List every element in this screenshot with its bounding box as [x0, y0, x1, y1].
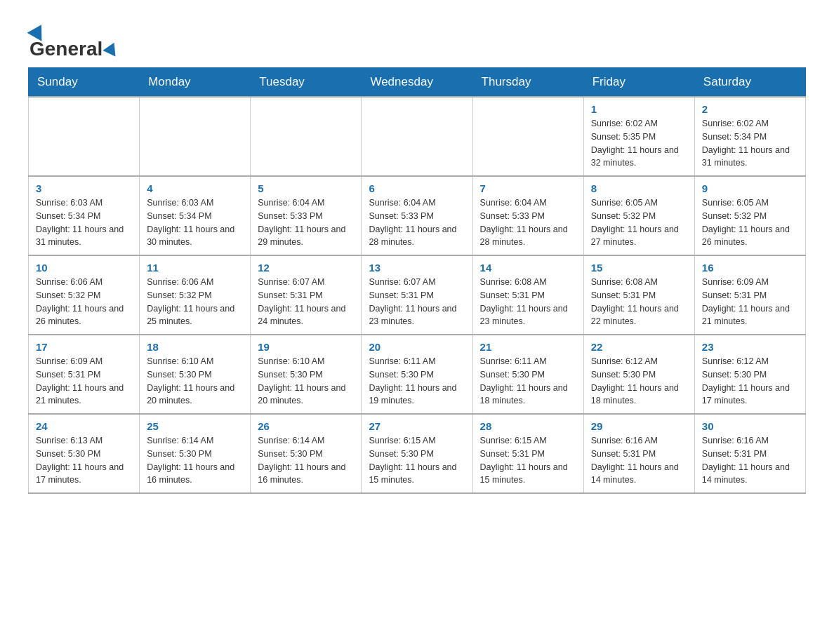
logo: General	[28, 21, 119, 53]
day-info: Sunrise: 6:16 AM Sunset: 5:31 PM Dayligh…	[702, 434, 798, 487]
calendar-week-row: 17Sunrise: 6:09 AM Sunset: 5:31 PM Dayli…	[29, 335, 806, 414]
column-header-saturday: Saturday	[694, 68, 805, 98]
calendar-cell: 5Sunrise: 6:04 AM Sunset: 5:33 PM Daylig…	[251, 176, 362, 255]
day-number: 2	[702, 103, 798, 115]
day-number: 16	[702, 262, 798, 274]
day-number: 6	[369, 182, 465, 194]
calendar-cell: 2Sunrise: 6:02 AM Sunset: 5:34 PM Daylig…	[694, 97, 805, 176]
day-number: 11	[147, 262, 243, 274]
day-number: 30	[702, 420, 798, 432]
day-info: Sunrise: 6:15 AM Sunset: 5:31 PM Dayligh…	[480, 434, 576, 487]
day-info: Sunrise: 6:06 AM Sunset: 5:32 PM Dayligh…	[147, 276, 243, 328]
day-info: Sunrise: 6:14 AM Sunset: 5:30 PM Dayligh…	[258, 434, 354, 487]
day-number: 3	[36, 182, 132, 194]
calendar-cell: 30Sunrise: 6:16 AM Sunset: 5:31 PM Dayli…	[694, 414, 805, 493]
calendar-cell: 17Sunrise: 6:09 AM Sunset: 5:31 PM Dayli…	[29, 335, 140, 414]
day-number: 26	[258, 420, 354, 432]
calendar-cell: 24Sunrise: 6:13 AM Sunset: 5:30 PM Dayli…	[29, 414, 140, 493]
calendar-cell: 15Sunrise: 6:08 AM Sunset: 5:31 PM Dayli…	[583, 255, 694, 335]
day-number: 24	[36, 420, 132, 432]
calendar-cell: 7Sunrise: 6:04 AM Sunset: 5:33 PM Daylig…	[472, 176, 583, 255]
calendar-cell: 18Sunrise: 6:10 AM Sunset: 5:30 PM Dayli…	[140, 335, 251, 414]
day-number: 20	[369, 341, 465, 353]
day-number: 12	[258, 262, 354, 274]
day-number: 23	[702, 341, 798, 353]
day-info: Sunrise: 6:12 AM Sunset: 5:30 PM Dayligh…	[591, 355, 687, 408]
calendar-table: SundayMondayTuesdayWednesdayThursdayFrid…	[28, 67, 806, 494]
day-number: 4	[147, 182, 243, 194]
calendar-week-row: 10Sunrise: 6:06 AM Sunset: 5:32 PM Dayli…	[29, 255, 806, 335]
calendar-cell: 13Sunrise: 6:07 AM Sunset: 5:31 PM Dayli…	[362, 255, 472, 335]
day-info: Sunrise: 6:11 AM Sunset: 5:30 PM Dayligh…	[369, 355, 465, 408]
day-info: Sunrise: 6:11 AM Sunset: 5:30 PM Dayligh…	[480, 355, 576, 408]
day-number: 14	[480, 262, 576, 274]
day-number: 8	[591, 182, 687, 194]
day-info: Sunrise: 6:07 AM Sunset: 5:31 PM Dayligh…	[258, 276, 354, 328]
day-number: 15	[591, 262, 687, 274]
calendar-cell: 14Sunrise: 6:08 AM Sunset: 5:31 PM Dayli…	[472, 255, 583, 335]
calendar-cell	[140, 97, 251, 176]
day-number: 1	[591, 103, 687, 115]
calendar-cell	[362, 97, 472, 176]
day-number: 9	[702, 182, 798, 194]
day-info: Sunrise: 6:04 AM Sunset: 5:33 PM Dayligh…	[258, 196, 354, 249]
day-info: Sunrise: 6:07 AM Sunset: 5:31 PM Dayligh…	[369, 276, 465, 328]
calendar-cell: 28Sunrise: 6:15 AM Sunset: 5:31 PM Dayli…	[472, 414, 583, 493]
day-info: Sunrise: 6:08 AM Sunset: 5:31 PM Dayligh…	[591, 276, 687, 328]
calendar-cell	[251, 97, 362, 176]
calendar-cell: 23Sunrise: 6:12 AM Sunset: 5:30 PM Dayli…	[694, 335, 805, 414]
calendar-week-row: 24Sunrise: 6:13 AM Sunset: 5:30 PM Dayli…	[29, 414, 806, 493]
calendar-cell: 9Sunrise: 6:05 AM Sunset: 5:32 PM Daylig…	[694, 176, 805, 255]
calendar-cell	[472, 97, 583, 176]
calendar-cell: 3Sunrise: 6:03 AM Sunset: 5:34 PM Daylig…	[29, 176, 140, 255]
day-number: 13	[369, 262, 465, 274]
day-number: 22	[591, 341, 687, 353]
calendar-week-row: 1Sunrise: 6:02 AM Sunset: 5:35 PM Daylig…	[29, 97, 806, 176]
day-number: 27	[369, 420, 465, 432]
day-info: Sunrise: 6:03 AM Sunset: 5:34 PM Dayligh…	[36, 196, 132, 249]
calendar-cell: 10Sunrise: 6:06 AM Sunset: 5:32 PM Dayli…	[29, 255, 140, 335]
day-number: 7	[480, 182, 576, 194]
calendar-header-row: SundayMondayTuesdayWednesdayThursdayFrid…	[29, 68, 806, 98]
day-info: Sunrise: 6:06 AM Sunset: 5:32 PM Dayligh…	[36, 276, 132, 328]
column-header-wednesday: Wednesday	[362, 68, 472, 98]
day-number: 28	[480, 420, 576, 432]
day-info: Sunrise: 6:02 AM Sunset: 5:34 PM Dayligh…	[702, 117, 798, 170]
page-header: General	[28, 21, 806, 53]
day-info: Sunrise: 6:04 AM Sunset: 5:33 PM Dayligh…	[480, 196, 576, 249]
day-number: 18	[147, 341, 243, 353]
day-info: Sunrise: 6:14 AM Sunset: 5:30 PM Dayligh…	[147, 434, 243, 487]
day-number: 25	[147, 420, 243, 432]
calendar-cell: 27Sunrise: 6:15 AM Sunset: 5:30 PM Dayli…	[362, 414, 472, 493]
day-info: Sunrise: 6:16 AM Sunset: 5:31 PM Dayligh…	[591, 434, 687, 487]
calendar-cell	[29, 97, 140, 176]
day-info: Sunrise: 6:04 AM Sunset: 5:33 PM Dayligh…	[369, 196, 465, 249]
day-number: 5	[258, 182, 354, 194]
day-info: Sunrise: 6:09 AM Sunset: 5:31 PM Dayligh…	[36, 355, 132, 408]
day-number: 10	[36, 262, 132, 274]
calendar-cell: 19Sunrise: 6:10 AM Sunset: 5:30 PM Dayli…	[251, 335, 362, 414]
calendar-cell: 29Sunrise: 6:16 AM Sunset: 5:31 PM Dayli…	[583, 414, 694, 493]
calendar-cell: 26Sunrise: 6:14 AM Sunset: 5:30 PM Dayli…	[251, 414, 362, 493]
day-info: Sunrise: 6:03 AM Sunset: 5:34 PM Dayligh…	[147, 196, 243, 249]
column-header-friday: Friday	[583, 68, 694, 98]
calendar-cell: 6Sunrise: 6:04 AM Sunset: 5:33 PM Daylig…	[362, 176, 472, 255]
calendar-cell: 16Sunrise: 6:09 AM Sunset: 5:31 PM Dayli…	[694, 255, 805, 335]
calendar-cell: 22Sunrise: 6:12 AM Sunset: 5:30 PM Dayli…	[583, 335, 694, 414]
day-info: Sunrise: 6:12 AM Sunset: 5:30 PM Dayligh…	[702, 355, 798, 408]
logo-arrow-icon	[103, 39, 121, 56]
day-info: Sunrise: 6:10 AM Sunset: 5:30 PM Dayligh…	[258, 355, 354, 408]
calendar-cell: 21Sunrise: 6:11 AM Sunset: 5:30 PM Dayli…	[472, 335, 583, 414]
calendar-cell: 25Sunrise: 6:14 AM Sunset: 5:30 PM Dayli…	[140, 414, 251, 493]
calendar-cell: 12Sunrise: 6:07 AM Sunset: 5:31 PM Dayli…	[251, 255, 362, 335]
column-header-sunday: Sunday	[29, 68, 140, 98]
day-info: Sunrise: 6:10 AM Sunset: 5:30 PM Dayligh…	[147, 355, 243, 408]
logo-general-bottom: General	[29, 38, 102, 60]
calendar-cell: 11Sunrise: 6:06 AM Sunset: 5:32 PM Dayli…	[140, 255, 251, 335]
day-number: 19	[258, 341, 354, 353]
day-info: Sunrise: 6:15 AM Sunset: 5:30 PM Dayligh…	[369, 434, 465, 487]
day-info: Sunrise: 6:05 AM Sunset: 5:32 PM Dayligh…	[702, 196, 798, 249]
day-info: Sunrise: 6:05 AM Sunset: 5:32 PM Dayligh…	[591, 196, 687, 249]
day-info: Sunrise: 6:08 AM Sunset: 5:31 PM Dayligh…	[480, 276, 576, 328]
day-info: Sunrise: 6:13 AM Sunset: 5:30 PM Dayligh…	[36, 434, 132, 487]
